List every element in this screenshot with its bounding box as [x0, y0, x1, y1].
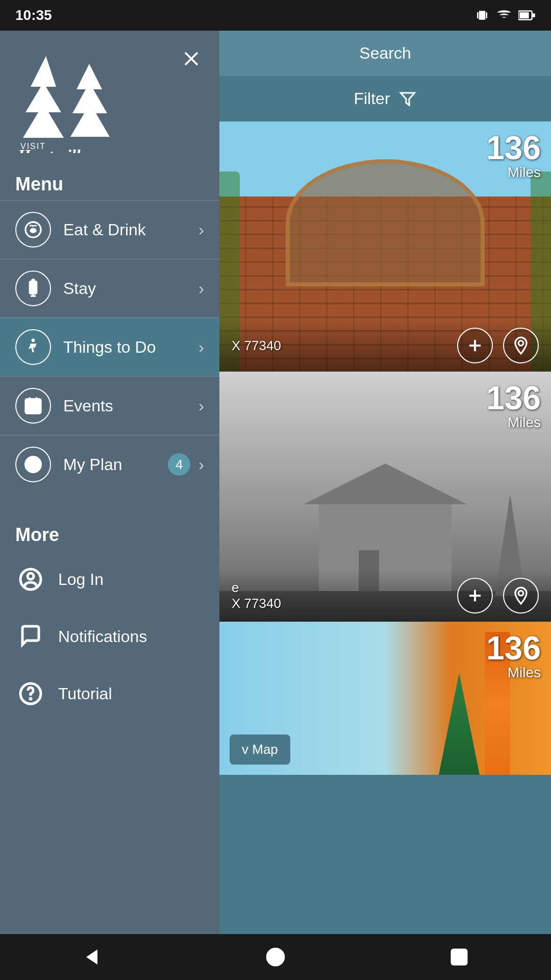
right-header: Search Filter [219, 31, 551, 121]
events-label: Events [63, 397, 198, 415]
vibrate-icon [474, 8, 490, 23]
my-plan-chevron: › [198, 455, 204, 474]
menu-item-stay[interactable]: Stay › [0, 259, 219, 317]
filter-icon [398, 90, 417, 108]
check-icon [15, 447, 51, 482]
card-2-address: X 77340 [232, 596, 281, 611]
svg-point-35 [28, 573, 34, 579]
svg-rect-1 [477, 12, 479, 19]
things-to-do-chevron: › [198, 338, 204, 357]
svg-point-22 [32, 338, 35, 342]
bottom-nav [0, 934, 551, 980]
svg-rect-0 [479, 11, 486, 20]
card-1: 136 Miles X 77340 [219, 121, 551, 372]
eat-drink-chevron: › [198, 220, 204, 239]
svg-rect-32 [32, 409, 35, 412]
eat-drink-label: Eat & Drink [63, 220, 198, 239]
svg-rect-47 [452, 949, 466, 964]
status-bar: 10:35 [0, 0, 551, 31]
menu-item-eat-drink[interactable]: Eat & Drink › [0, 200, 219, 259]
svg-rect-28 [29, 406, 32, 408]
filter-label: Filter [354, 89, 390, 108]
svg-rect-29 [32, 406, 35, 408]
card-1-distance: 136 Miles [486, 132, 541, 181]
battery-icon [518, 8, 536, 23]
svg-point-46 [267, 949, 284, 966]
sidebar: VISIT Huntsville TEXAS Menu Eat & Dr [0, 31, 219, 980]
recent-apps-button[interactable] [441, 939, 477, 975]
view-map-button[interactable]: v Map [230, 734, 290, 765]
stay-label: Stay [63, 279, 198, 298]
food-icon [15, 212, 51, 248]
svg-point-44 [518, 591, 523, 596]
user-icon [15, 564, 46, 595]
search-button[interactable]: Search [219, 31, 551, 76]
svg-point-19 [32, 280, 35, 282]
tutorial-label: Tutorial [58, 684, 112, 703]
card-1-bottom: X 77340 [219, 320, 551, 372]
close-button[interactable] [179, 46, 204, 71]
svg-rect-2 [486, 12, 488, 19]
main-layout: VISIT Huntsville TEXAS Menu Eat & Dr [0, 31, 551, 980]
more-item-tutorial[interactable]: Tutorial [0, 665, 219, 722]
svg-marker-38 [400, 93, 414, 105]
logo-area: VISIT Huntsville TEXAS [15, 46, 204, 153]
things-to-do-label: Things to Do [63, 338, 198, 357]
stay-icon [15, 271, 51, 306]
card-1-location-button[interactable] [503, 328, 539, 363]
svg-point-41 [518, 341, 523, 346]
svg-point-14 [30, 228, 36, 233]
card-2-bottom: e X 77340 [219, 570, 551, 622]
card-3: 136 Miles v Map [219, 622, 551, 775]
menu-items: Eat & Drink › Stay › [0, 200, 219, 494]
status-icons [474, 8, 536, 23]
logo-svg: VISIT Huntsville TEXAS [15, 51, 128, 153]
my-plan-label: My Plan [63, 455, 168, 474]
calendar-icon [15, 388, 51, 424]
chat-icon [15, 621, 46, 652]
stay-chevron: › [198, 279, 204, 298]
home-button[interactable] [258, 939, 293, 975]
more-section: More Log In [0, 514, 219, 722]
question-icon [15, 678, 46, 709]
sidebar-header: VISIT Huntsville TEXAS [0, 31, 219, 163]
wifi-icon [496, 8, 512, 23]
card-1-address: X 77340 [232, 338, 281, 354]
svg-marker-8 [23, 56, 64, 138]
svg-rect-30 [36, 406, 38, 408]
my-plan-badge: 4 [168, 453, 190, 476]
svg-point-37 [30, 698, 31, 699]
svg-rect-31 [29, 409, 32, 412]
card-2-add-button[interactable] [457, 578, 493, 614]
more-items: Log In Notifications [0, 551, 219, 722]
walk-icon [15, 329, 51, 365]
more-item-notifications[interactable]: Notifications [0, 608, 219, 665]
more-item-login[interactable]: Log In [0, 551, 219, 608]
svg-marker-9 [70, 64, 110, 137]
card-3-distance: 136 Miles [486, 632, 541, 681]
menu-item-my-plan[interactable]: My Plan 4 › [0, 435, 219, 494]
filter-button[interactable]: Filter [219, 76, 551, 121]
card-2: 136 Miles e X 77340 [219, 372, 551, 622]
card-1-add-button[interactable] [457, 328, 493, 363]
right-panel: Search Filter [219, 31, 551, 980]
svg-rect-5 [533, 13, 535, 17]
login-label: Log In [58, 570, 104, 589]
status-time: 10:35 [15, 7, 52, 23]
more-label: More [0, 514, 219, 551]
events-chevron: › [198, 397, 204, 415]
menu-label: Menu [0, 163, 219, 200]
card-1-actions [457, 328, 539, 363]
menu-item-things-to-do[interactable]: Things to Do › [0, 317, 219, 376]
svg-marker-45 [86, 949, 97, 964]
card-2-prefix: e [232, 580, 281, 596]
svg-rect-4 [519, 12, 529, 18]
menu-item-events[interactable]: Events › [0, 376, 219, 435]
card-2-actions [457, 578, 539, 614]
card-2-location-button[interactable] [503, 578, 539, 614]
card-2-distance: 136 Miles [486, 382, 541, 431]
svg-text:Huntsville: Huntsville [17, 146, 88, 153]
back-button[interactable] [74, 939, 110, 975]
notifications-label: Notifications [58, 627, 147, 646]
